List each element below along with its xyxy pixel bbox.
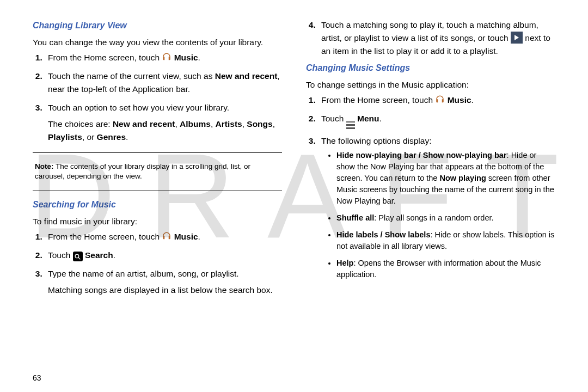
steps-list: From the Home screen, touch Music. Touch…: [45, 51, 282, 144]
music-icon: [435, 95, 445, 105]
two-column-layout: Changing Library View You can change the…: [33, 16, 555, 302]
step-3: Touch an option to set how you view your…: [45, 101, 282, 144]
svg-line-1: [78, 258, 80, 259]
step-1: From the Home screen, touch Music.: [45, 51, 282, 64]
music-icon: [162, 231, 171, 241]
search-icon: [73, 252, 83, 261]
intro-text: To change settings in the Music applicat…: [306, 78, 555, 91]
options-bullets: Hide now-playing bar / Show now-playing …: [336, 150, 555, 280]
step-2: Touch Search.: [45, 249, 282, 262]
svg-point-0: [75, 254, 79, 258]
step-1: From the Home screen, touch Music.: [318, 94, 555, 107]
heading-music-settings: Changing Music Settings: [306, 63, 555, 73]
divider: [33, 191, 282, 191]
steps-list: From the Home screen, touch Music. Touch…: [318, 94, 555, 280]
bullet-help: Help: Opens the Browser with information…: [336, 258, 555, 280]
play-arrow-icon: [511, 32, 523, 44]
page-number: 63: [33, 373, 41, 382]
intro-text: To find music in your library:: [33, 215, 282, 228]
menu-icon: [346, 121, 355, 129]
music-icon: [162, 52, 171, 62]
step-4: Touch a matching song to play it, touch …: [318, 19, 555, 58]
note-box: Note: The contents of your library displ…: [33, 162, 282, 181]
step-2: Touch the name of the current view, such…: [45, 70, 282, 96]
step-2: Touch Menu.: [318, 112, 555, 129]
manual-page: DRAFT Changing Library View You can chan…: [0, 0, 588, 392]
intro-text: You can change the way you view the cont…: [33, 36, 282, 49]
heading-searching-music: Searching for Music: [33, 200, 282, 210]
bullet-now-playing: Hide now-playing bar / Show now-playing …: [336, 150, 555, 207]
right-column: Touch a matching song to play it, touch …: [306, 16, 555, 302]
step-1: From the Home screen, touch Music.: [45, 230, 282, 243]
step-3: The following options display: Hide now-…: [318, 134, 555, 280]
steps-list-continued: Touch a matching song to play it, touch …: [318, 19, 555, 58]
left-column: Changing Library View You can change the…: [33, 16, 282, 302]
choices-text: The choices are: New and recent, Albums,…: [48, 118, 282, 144]
match-text: Matching songs are displayed in a list b…: [48, 284, 282, 297]
bullet-labels: Hide labels / Show labels: Hide or show …: [336, 229, 555, 252]
bullet-shuffle: Shuffle all: Play all songs in a random …: [336, 212, 555, 224]
heading-changing-library-view: Changing Library View: [33, 21, 282, 30]
steps-list: From the Home screen, touch Music. Touch…: [45, 230, 282, 297]
step-3: Type the name of an artist, album, song,…: [45, 267, 282, 297]
divider: [33, 152, 282, 153]
